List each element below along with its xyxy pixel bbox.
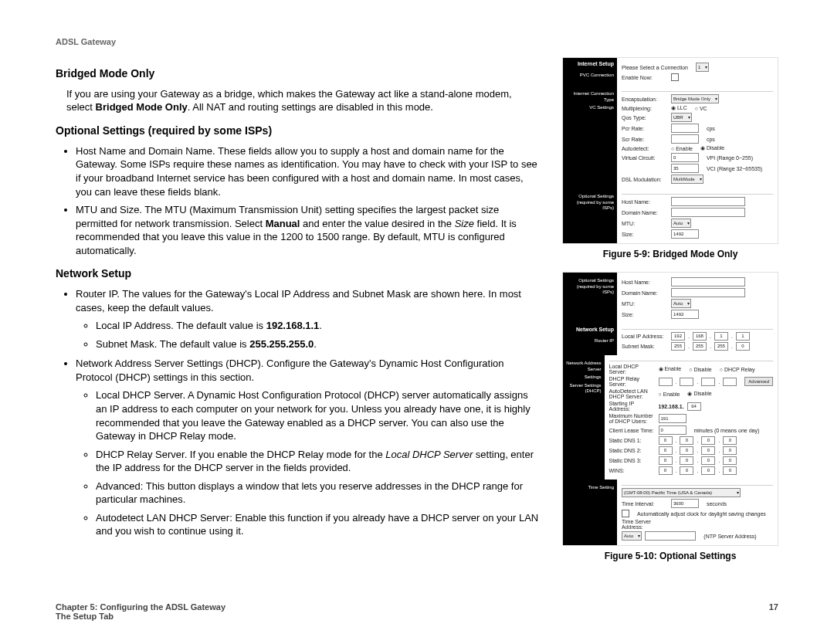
li-router-ip: Router IP. The values for the Gateway's …	[76, 287, 541, 351]
li-mtu: MTU and Size. The MTU (Maximum Transmiss…	[76, 203, 541, 257]
figure-5-10: Optional Settings (required by some ISPs…	[562, 272, 778, 546]
li-local-ip: Local IP Address. The default value is 1…	[96, 319, 541, 333]
main-text-column: Bridged Mode Only If you are using your …	[56, 57, 541, 574]
mux-vc-radio[interactable]: VC	[695, 106, 707, 111]
qos-select[interactable]: UBR	[671, 113, 692, 122]
figure-column: Internet Setup PVC Connection Please Sel…	[562, 57, 778, 574]
domain-input-2[interactable]	[671, 288, 745, 297]
host-input-2[interactable]	[671, 277, 745, 286]
autod-dis-radio[interactable]: Disable	[700, 145, 724, 151]
heading-optional: Optional Settings (required by some ISPs…	[56, 124, 541, 138]
enable-now-checkbox[interactable]	[671, 73, 679, 81]
size-input-2[interactable]: 1492	[671, 310, 699, 319]
li-dhcp: Network Address Server Settings (DHCP). …	[76, 357, 541, 538]
mux-llc-radio[interactable]: LLC	[671, 105, 687, 111]
ldhcp-relay-radio[interactable]: DHCP Relay	[720, 367, 755, 372]
vci-input[interactable]: 35	[671, 164, 699, 173]
ldhcp-dis-radio[interactable]: Disable	[689, 367, 712, 372]
li-autodetect: Autodetect LAN DHCP Server: Enable this …	[96, 511, 541, 538]
pcr-input[interactable]	[671, 124, 699, 133]
tsa-select[interactable]: Auto	[622, 531, 642, 541]
li-hostname: Host Name and Domain Name. These fields …	[76, 144, 541, 198]
encap-select[interactable]: Bridge Mode Only	[671, 94, 719, 103]
conn-select[interactable]: 1	[696, 63, 709, 72]
figure-5-9-caption: Figure 5-9: Bridged Mode Only	[562, 249, 778, 259]
vpi-input[interactable]: 0	[671, 153, 699, 162]
scr-input[interactable]	[671, 134, 699, 144]
para-bridged: If you are using your Gateway as a bridg…	[66, 87, 541, 114]
li-dhcp-relay: DHCP Relay Server. If you enable the DHC…	[96, 448, 541, 475]
heading-bridged: Bridged Mode Only	[56, 66, 541, 81]
mtu-select[interactable]: Auto	[671, 219, 691, 228]
dst-checkbox[interactable]	[622, 510, 629, 517]
li-dhcp-local: Local DHCP Server. A Dynamic Host Config…	[96, 388, 541, 442]
ldhcp-en-radio[interactable]: Enable	[659, 366, 682, 372]
figure-5-9: Internet Setup PVC Connection Please Sel…	[562, 57, 778, 244]
domain-input[interactable]	[671, 208, 745, 217]
doc-header: ADSL Gateway	[56, 37, 778, 46]
size-input[interactable]: 1492	[671, 229, 699, 239]
dslmod-select[interactable]: MultiMode	[671, 175, 703, 184]
page-number: 17	[769, 602, 778, 612]
figure-5-10-caption: Figure 5-10: Optional Settings	[562, 551, 778, 561]
host-input[interactable]	[671, 197, 745, 206]
mtu-select-2[interactable]: Auto	[671, 299, 691, 308]
ip-oct[interactable]: 192	[671, 332, 685, 341]
page-footer: Chapter 5: Configuring the ADSL Gateway …	[56, 602, 778, 621]
li-advanced: Advanced: This button displays a window …	[96, 480, 541, 507]
li-subnet: Subnet Mask. The default value is 255.25…	[96, 337, 541, 351]
advanced-button[interactable]: Advanced	[744, 377, 773, 386]
autod-en-radio[interactable]: Enable	[671, 146, 693, 151]
timezone-select[interactable]: (GMT-08:00) Pacific Time (USA & Canada)	[622, 488, 741, 497]
heading-network: Network Setup	[56, 266, 541, 281]
